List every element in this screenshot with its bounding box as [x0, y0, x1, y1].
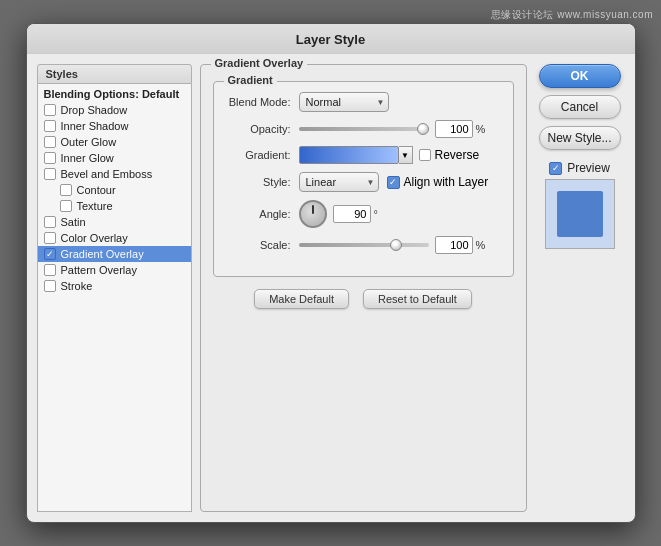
new-style-button[interactable]: New Style...: [539, 126, 621, 150]
opacity-slider-track[interactable]: [299, 127, 429, 131]
dialog-title: Layer Style: [296, 32, 365, 47]
cancel-button[interactable]: Cancel: [539, 95, 621, 119]
contour-checkbox[interactable]: [60, 184, 72, 196]
satin-checkbox[interactable]: [44, 216, 56, 228]
make-default-button[interactable]: Make Default: [254, 289, 349, 309]
sidebar-item-inner-glow[interactable]: Inner Glow: [38, 150, 191, 166]
gradient-arrow-button[interactable]: ▼: [399, 146, 413, 164]
style-label: Style:: [226, 176, 291, 188]
gradient-preview[interactable]: [299, 146, 399, 164]
preview-label: Preview: [567, 161, 610, 175]
gradient-overlay-label: Gradient Overlay: [61, 248, 144, 260]
bevel-emboss-checkbox[interactable]: [44, 168, 56, 180]
stroke-checkbox[interactable]: [44, 280, 56, 292]
preview-inner: [557, 191, 603, 237]
color-overlay-label: Color Overlay: [61, 232, 128, 244]
sidebar-item-inner-shadow[interactable]: Inner Shadow: [38, 118, 191, 134]
opacity-slider-thumb[interactable]: [417, 123, 429, 135]
sidebar-item-contour[interactable]: Contour: [38, 182, 191, 198]
ok-button[interactable]: OK: [539, 64, 621, 88]
drop-shadow-checkbox[interactable]: [44, 104, 56, 116]
preview-label-row: Preview: [549, 161, 610, 175]
opacity-row: Opacity: %: [226, 120, 501, 138]
sidebar-item-satin[interactable]: Satin: [38, 214, 191, 230]
outer-glow-checkbox[interactable]: [44, 136, 56, 148]
sidebar-item-blending-options[interactable]: Blending Options: Default: [38, 86, 191, 102]
outer-glow-label: Outer Glow: [61, 136, 117, 148]
satin-label: Satin: [61, 216, 86, 228]
texture-label: Texture: [77, 200, 113, 212]
sidebar-item-gradient-overlay[interactable]: Gradient Overlay: [38, 246, 191, 262]
watermark: 思缘设计论坛 www.missyuan.com: [491, 8, 653, 22]
gradient-row: Gradient: ▼ Reverse: [226, 146, 501, 164]
styles-header: Styles: [37, 64, 192, 84]
scale-unit: %: [476, 239, 486, 251]
opacity-input[interactable]: [435, 120, 473, 138]
scale-label: Scale:: [226, 239, 291, 251]
gradient-overlay-group: Gradient Overlay Gradient Blend Mode: No…: [200, 64, 527, 512]
blend-mode-label: Blend Mode:: [226, 96, 291, 108]
align-with-layer-label: Align with Layer: [404, 175, 489, 189]
bevel-emboss-label: Bevel and Emboss: [61, 168, 153, 180]
sidebar-item-bevel-emboss[interactable]: Bevel and Emboss: [38, 166, 191, 182]
reset-to-default-button[interactable]: Reset to Default: [363, 289, 472, 309]
preview-section: Preview: [545, 161, 615, 249]
scale-input[interactable]: [435, 236, 473, 254]
sidebar-item-drop-shadow[interactable]: Drop Shadow: [38, 102, 191, 118]
sidebar-item-outer-glow[interactable]: Outer Glow: [38, 134, 191, 150]
preview-box: [545, 179, 615, 249]
reverse-label: Reverse: [435, 148, 480, 162]
texture-checkbox[interactable]: [60, 200, 72, 212]
sidebar-item-stroke[interactable]: Stroke: [38, 278, 191, 294]
contour-label: Contour: [77, 184, 116, 196]
opacity-label: Opacity:: [226, 123, 291, 135]
blending-options-label: Blending Options: Default: [44, 88, 180, 100]
title-bar: Layer Style: [27, 24, 635, 54]
blend-mode-select[interactable]: Normal Multiply Screen Overlay: [299, 92, 389, 112]
sidebar-item-color-overlay[interactable]: Color Overlay: [38, 230, 191, 246]
reverse-checkbox[interactable]: [419, 149, 431, 161]
scale-slider-track[interactable]: [299, 243, 429, 247]
style-row: Style: Linear Radial Angle Reflected Dia…: [226, 172, 501, 192]
style-select-wrapper: Linear Radial Angle Reflected Diamond: [299, 172, 379, 192]
pattern-overlay-checkbox[interactable]: [44, 264, 56, 276]
align-with-layer-checkbox[interactable]: ✓: [387, 176, 400, 189]
style-select[interactable]: Linear Radial Angle Reflected Diamond: [299, 172, 379, 192]
angle-dial[interactable]: [299, 200, 327, 228]
angle-input[interactable]: [333, 205, 371, 223]
sidebar-item-pattern-overlay[interactable]: Pattern Overlay: [38, 262, 191, 278]
blend-mode-row: Blend Mode: Normal Multiply Screen Overl…: [226, 92, 501, 112]
gradient-overlay-checkbox[interactable]: [44, 248, 56, 260]
inner-shadow-checkbox[interactable]: [44, 120, 56, 132]
angle-unit: °: [374, 208, 378, 220]
angle-dial-indicator: [312, 205, 314, 214]
blend-mode-select-wrapper: Normal Multiply Screen Overlay: [299, 92, 389, 112]
styles-list: Blending Options: Default Drop Shadow In…: [37, 84, 192, 512]
scale-slider-thumb[interactable]: [390, 239, 402, 251]
reverse-row: Reverse: [419, 148, 480, 162]
preview-checkbox[interactable]: [549, 162, 562, 175]
inner-glow-checkbox[interactable]: [44, 152, 56, 164]
stroke-label: Stroke: [61, 280, 93, 292]
drop-shadow-label: Drop Shadow: [61, 104, 128, 116]
scale-row: Scale: %: [226, 236, 501, 254]
opacity-unit: %: [476, 123, 486, 135]
outer-group-title: Gradient Overlay: [211, 57, 308, 69]
pattern-overlay-label: Pattern Overlay: [61, 264, 137, 276]
left-panel: Styles Blending Options: Default Drop Sh…: [37, 64, 192, 512]
bottom-buttons: Make Default Reset to Default: [213, 289, 514, 309]
center-panel: Gradient Overlay Gradient Blend Mode: No…: [200, 64, 527, 512]
angle-row: Angle: °: [226, 200, 501, 228]
inner-group-title: Gradient: [224, 74, 277, 86]
angle-label: Angle:: [226, 208, 291, 220]
gradient-label: Gradient:: [226, 149, 291, 161]
inner-shadow-label: Inner Shadow: [61, 120, 129, 132]
gradient-inner-group: Gradient Blend Mode: Normal Multiply Scr…: [213, 81, 514, 277]
inner-glow-label: Inner Glow: [61, 152, 114, 164]
dialog-body: Styles Blending Options: Default Drop Sh…: [27, 54, 635, 522]
dialog-window: Layer Style Styles Blending Options: Def…: [26, 23, 636, 523]
color-overlay-checkbox[interactable]: [44, 232, 56, 244]
sidebar-item-texture[interactable]: Texture: [38, 198, 191, 214]
align-with-layer-row: ✓ Align with Layer: [387, 175, 489, 189]
right-panel: OK Cancel New Style... Preview: [535, 64, 625, 512]
